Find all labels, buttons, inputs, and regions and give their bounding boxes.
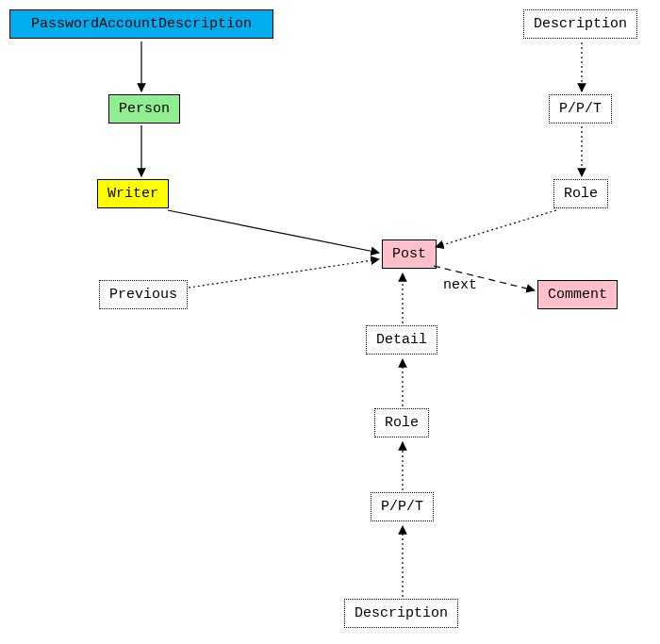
node-post: Post	[382, 239, 437, 269]
node-writer: Writer	[97, 179, 169, 208]
edge-label-next: next	[443, 277, 477, 293]
edge-previous-post	[189, 259, 379, 288]
node-previous: Previous	[99, 280, 188, 309]
node-desc-top: Description	[523, 9, 637, 39]
node-role-top: Role	[553, 179, 608, 208]
node-password-account-description: PasswordAccountDescription	[9, 9, 273, 39]
node-detail: Detail	[366, 325, 437, 355]
node-ppt-bottom: P/P/T	[371, 492, 434, 521]
node-role-bottom: Role	[374, 408, 429, 438]
node-person: Person	[108, 94, 180, 124]
node-ppt-top: P/P/T	[549, 94, 612, 124]
edge-rolet-post	[436, 210, 556, 247]
edge-writer-post	[168, 210, 379, 253]
node-desc-bottom: Description	[344, 599, 458, 628]
node-comment: Comment	[537, 280, 618, 309]
